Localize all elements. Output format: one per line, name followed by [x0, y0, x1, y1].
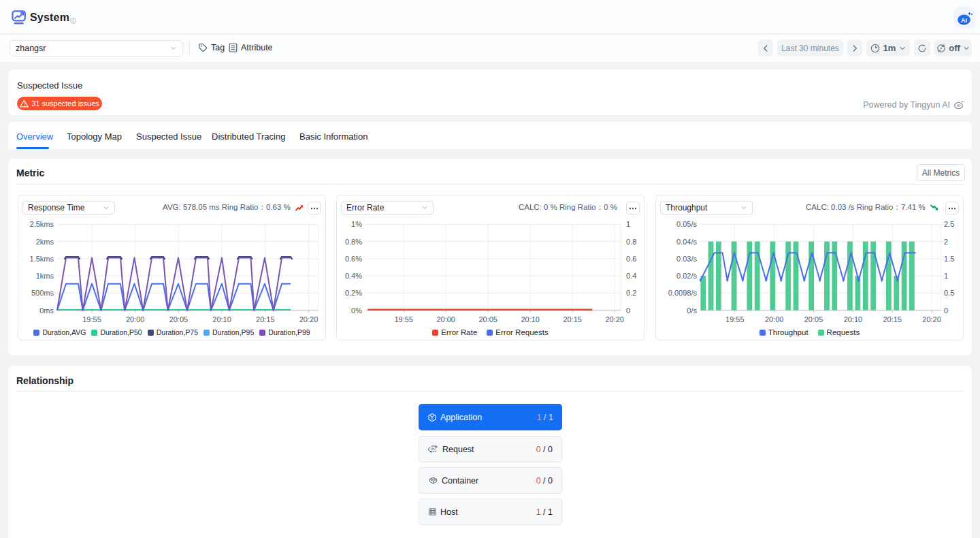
svg-text:20:00: 20:00	[126, 315, 145, 323]
svg-text:0.02/s: 0.02/s	[676, 272, 697, 280]
svg-text:0.8%: 0.8%	[345, 238, 362, 246]
svg-text:20:05: 20:05	[478, 315, 497, 323]
svg-text:0.6%: 0.6%	[345, 255, 362, 263]
svg-text:0/s: 0/s	[687, 306, 697, 315]
svg-text:0ms: 0ms	[39, 306, 54, 315]
svg-text:0.03/s: 0.03/s	[676, 255, 697, 263]
svg-text:0: 0	[626, 306, 630, 315]
svg-text:20:10: 20:10	[521, 315, 540, 323]
svg-text:20:10: 20:10	[844, 315, 863, 323]
svg-text:0.0098/s: 0.0098/s	[668, 289, 698, 297]
svg-text:19:55: 19:55	[82, 315, 101, 323]
svg-text:0%: 0%	[351, 306, 362, 315]
svg-text:20:20: 20:20	[299, 315, 318, 323]
svg-text:2.5kms: 2.5kms	[30, 220, 54, 228]
svg-text:20:15: 20:15	[563, 315, 582, 323]
svg-text:1%: 1%	[351, 220, 362, 228]
svg-text:500ms: 500ms	[31, 289, 54, 297]
svg-text:20:20: 20:20	[922, 315, 941, 323]
svg-text:1.5: 1.5	[944, 255, 954, 263]
svg-text:1: 1	[944, 272, 948, 280]
svg-text:19:55: 19:55	[725, 315, 745, 323]
svg-text:0.4%: 0.4%	[345, 272, 362, 280]
svg-text:20:15: 20:15	[883, 315, 902, 323]
svg-text:20:10: 20:10	[212, 315, 231, 323]
svg-text:0.8: 0.8	[626, 238, 636, 246]
svg-text:0.2%: 0.2%	[345, 289, 362, 297]
svg-text:20:05: 20:05	[804, 315, 823, 323]
svg-text:1: 1	[626, 220, 630, 228]
svg-text:1kms: 1kms	[36, 272, 54, 280]
svg-text:2kms: 2kms	[36, 238, 54, 246]
svg-text:20:00: 20:00	[436, 315, 455, 323]
svg-text:0.5: 0.5	[944, 289, 954, 297]
svg-text:0.6: 0.6	[626, 255, 636, 263]
svg-text:2.5: 2.5	[944, 220, 954, 228]
svg-text:20:15: 20:15	[256, 315, 275, 323]
svg-text:0.05/s: 0.05/s	[676, 220, 697, 228]
svg-text:0.2: 0.2	[626, 289, 636, 297]
svg-text:0.4: 0.4	[626, 272, 636, 280]
svg-text:AI: AI	[957, 104, 961, 108]
svg-text:AI: AI	[961, 17, 967, 24]
svg-text:20:20: 20:20	[605, 315, 624, 323]
svg-text:1.5kms: 1.5kms	[30, 255, 54, 263]
svg-text:20:05: 20:05	[169, 315, 189, 323]
svg-text:0: 0	[944, 306, 948, 315]
svg-text:19:55: 19:55	[394, 315, 413, 323]
svg-text:0.04/s: 0.04/s	[676, 238, 697, 246]
svg-text:2: 2	[944, 238, 948, 246]
svg-text:20:00: 20:00	[765, 315, 784, 323]
